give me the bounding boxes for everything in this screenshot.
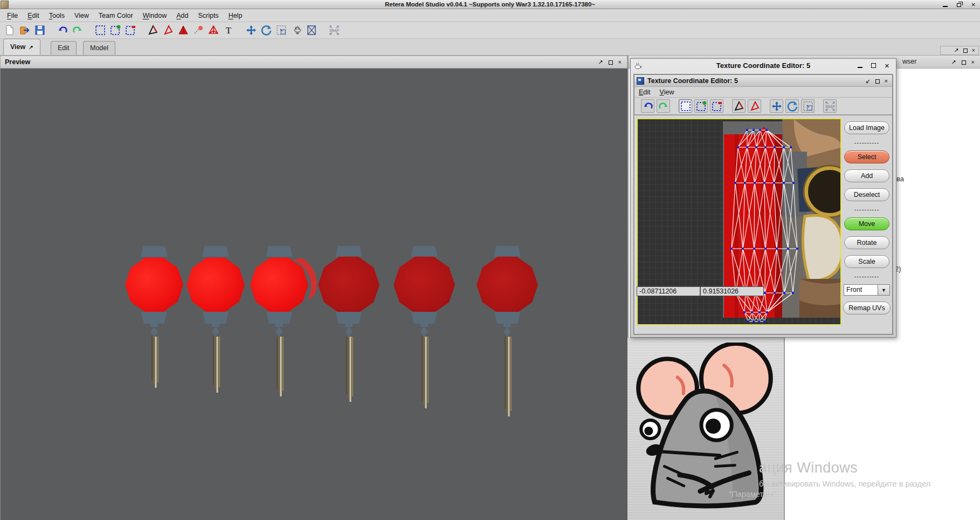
menu-item-edit[interactable]: Edit — [23, 10, 44, 21]
tce-frame-icon — [637, 77, 644, 85]
close-preview-icon[interactable]: × — [618, 59, 622, 65]
scale-icon[interactable] — [274, 23, 288, 37]
tce-internal-title-bar[interactable]: Texture Coordinate Editor: 5 ↙ × — [634, 75, 892, 87]
lantern-model — [250, 246, 317, 396]
tri-bk-icon[interactable] — [146, 23, 160, 37]
move-icon[interactable] — [244, 23, 258, 37]
dropdown-arrow-icon[interactable]: ▼ — [878, 284, 890, 296]
add-select-icon[interactable] — [694, 99, 708, 113]
menu-item-team-color[interactable]: Team Color — [94, 10, 138, 21]
menu-item-file[interactable]: File — [2, 10, 23, 21]
tab-model[interactable]: Model — [83, 41, 115, 55]
float-browser-icon[interactable]: ↗ — [951, 59, 956, 65]
view-direction-dropdown[interactable]: Front▼ — [844, 284, 890, 296]
new-file-icon[interactable] — [3, 23, 17, 37]
close-browser-icon[interactable]: × — [971, 59, 975, 65]
tce-maximize-button[interactable] — [870, 62, 877, 69]
text-tool-icon[interactable]: T — [222, 23, 236, 37]
u-coordinate-field: -0.08711206 — [637, 286, 700, 296]
redo-icon[interactable] — [657, 99, 670, 113]
tce-toolbar: SNAP — [634, 98, 892, 115]
svg-text:SNAP: SNAP — [329, 29, 340, 32]
menu-item-view[interactable]: View — [659, 87, 679, 97]
tce-menu-bar: EditView — [634, 87, 892, 98]
tce-minimize-button[interactable] — [857, 62, 864, 69]
remove-select-icon[interactable] — [123, 23, 137, 37]
remove-select-icon[interactable] — [710, 99, 723, 113]
rotate-icon[interactable] — [259, 23, 273, 37]
remap-uvs-button[interactable]: Remap UVs — [843, 302, 891, 314]
menu-item-tools[interactable]: Tools — [44, 10, 70, 21]
clipped-text-fragment: ва — [896, 175, 904, 183]
snap-icon[interactable]: SNAP — [327, 23, 341, 37]
tce-internal-title: Texture Coordinate Editor: 5 — [647, 77, 738, 85]
undo-icon[interactable] — [56, 23, 70, 37]
3d-preview-viewport[interactable] — [0, 69, 627, 520]
float-preview-icon[interactable]: ↗ — [598, 59, 603, 65]
tab-float-icon[interactable]: ↗ — [29, 44, 33, 50]
menu-item-window[interactable]: Window — [138, 10, 171, 21]
tri-fill-icon[interactable] — [176, 23, 190, 37]
lantern-model — [477, 246, 538, 416]
close-panel-icon[interactable]: × — [972, 47, 975, 53]
rotate-button[interactable]: Rotate — [844, 236, 889, 249]
scale-button[interactable]: Scale — [844, 255, 889, 268]
tce-side-buttons: Load Image----------SelectAddDeselect---… — [841, 117, 892, 334]
select-icon[interactable] — [93, 23, 107, 37]
undo-icon[interactable] — [641, 99, 654, 113]
tce-dock-icon[interactable]: ↙ — [865, 78, 870, 84]
view-direction-value: Front — [844, 284, 878, 296]
maximize-browser-icon[interactable] — [962, 60, 966, 65]
menu-item-scripts[interactable]: Scripts — [193, 10, 223, 21]
minimize-button[interactable] — [942, 1, 949, 8]
tce-close-button[interactable]: × — [884, 62, 891, 69]
svg-text:X: X — [296, 30, 299, 35]
close-button[interactable]: × — [970, 1, 977, 8]
lantern-model — [394, 246, 455, 408]
tab-view[interactable]: View↗ — [3, 39, 40, 55]
particle-icon[interactable] — [191, 23, 205, 37]
lantern-models — [1, 69, 628, 520]
deselect-button[interactable]: Deselect — [844, 188, 889, 201]
rotate-icon[interactable] — [785, 99, 799, 113]
tri-red-icon[interactable] — [161, 23, 175, 37]
tce-restore-icon[interactable] — [875, 79, 880, 84]
pyramid-icon[interactable] — [206, 23, 220, 37]
maximize-preview-icon[interactable] — [609, 60, 613, 65]
scale-icon[interactable] — [801, 99, 815, 113]
uv-coordinate-readout: -0.08711206 0.91531026 — [637, 286, 764, 296]
extx-icon[interactable]: ExX — [289, 23, 303, 37]
select-button[interactable]: Select — [844, 150, 889, 163]
lantern-model — [187, 246, 245, 393]
menu-item-add[interactable]: Add — [171, 10, 193, 21]
browser-tab-label[interactable]: wser — [902, 58, 916, 65]
tce-title-bar[interactable]: Texture Coordinate Editor: 5 × — [631, 59, 896, 72]
maximize-panel-icon[interactable] — [963, 49, 968, 53]
menu-item-view[interactable]: View — [70, 10, 94, 21]
tab-edit[interactable]: Edit — [51, 41, 77, 55]
tri-bk-icon[interactable] — [732, 99, 746, 113]
tri-red-icon[interactable] — [748, 99, 761, 113]
redo-icon[interactable] — [71, 23, 85, 37]
menu-bar: FileEditToolsViewTeam ColorWindowAddScri… — [0, 9, 980, 22]
menu-item-edit[interactable]: Edit — [638, 87, 655, 97]
xbox-icon[interactable] — [305, 23, 319, 37]
add-button[interactable]: Add — [844, 169, 889, 182]
app-title: Retera Model Studio v0.04.1 ~Supports on… — [0, 1, 980, 8]
restore-button[interactable] — [956, 1, 963, 8]
move-icon[interactable] — [770, 99, 783, 113]
float-panel-icon[interactable]: ↗ — [954, 47, 958, 53]
load-image-button[interactable]: Load Image — [844, 121, 889, 134]
tce-inner-close-icon[interactable]: × — [885, 78, 888, 84]
tce-internal-frame: Texture Coordinate Editor: 5 ↙ × EditVie… — [633, 74, 893, 335]
move-button[interactable]: Move — [844, 217, 889, 230]
menu-item-help[interactable]: Help — [224, 10, 247, 21]
open-icon[interactable] — [18, 23, 32, 37]
save-icon[interactable] — [33, 23, 47, 37]
select-icon[interactable] — [679, 99, 692, 113]
v-coordinate-field: 0.91531026 — [700, 286, 764, 296]
snap-icon[interactable]: SNAP — [823, 99, 837, 113]
texture-coordinate-editor-window[interactable]: Texture Coordinate Editor: 5 × Texture C… — [630, 58, 896, 338]
main-toolbar: TExXSNAP — [0, 22, 980, 39]
add-select-icon[interactable] — [108, 23, 122, 37]
